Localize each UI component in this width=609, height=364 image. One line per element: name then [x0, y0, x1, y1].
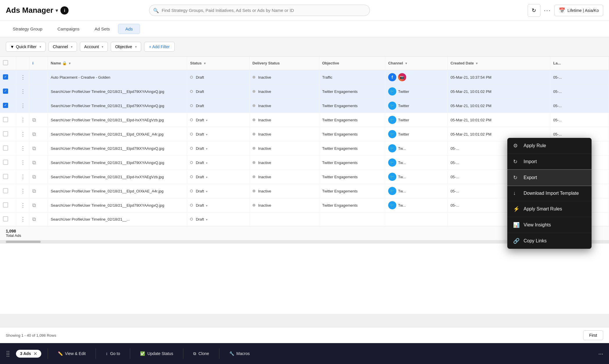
row-checkbox[interactable] — [3, 74, 8, 80]
row-dots-cell[interactable]: ⋮ — [16, 127, 29, 141]
status-dropdown-arrow[interactable]: ▾ — [205, 176, 207, 179]
row-checkbox-cell[interactable] — [0, 156, 16, 170]
first-button[interactable]: First — [583, 330, 603, 340]
row-dots-cell[interactable]: ⋮ — [16, 170, 29, 184]
tab-strategy-group[interactable]: Strategy Group — [6, 24, 49, 34]
row-checkbox[interactable] — [3, 145, 8, 151]
row-checkbox-cell[interactable] — [0, 170, 16, 184]
col-header-name[interactable]: Name 🔒 ▾ — [48, 57, 187, 70]
row-checkbox-cell[interactable] — [0, 99, 16, 113]
select-all-checkbox[interactable] — [3, 60, 8, 65]
context-menu-copy-links[interactable]: 🔗 Copy Links — [507, 233, 592, 249]
quick-filter-button[interactable]: ▼ Quick Filter ▾ — [6, 42, 46, 52]
row-dots-button[interactable]: ⋮ — [19, 201, 27, 209]
row-dots-button[interactable]: ⋮ — [19, 116, 27, 124]
copy-links-label: Copy Links — [524, 238, 547, 244]
row-checkbox-cell[interactable] — [0, 141, 16, 156]
tab-ad-sets[interactable]: Ad Sets — [88, 24, 117, 34]
col-header-channel[interactable]: Channel ▾ — [385, 57, 447, 70]
row-checkbox-cell[interactable] — [0, 70, 16, 84]
search-icon: 🔍 — [153, 8, 159, 13]
row-dots-cell[interactable]: ⋮ — [16, 141, 29, 156]
row-checkbox-cell[interactable] — [0, 212, 16, 226]
row-dots-button[interactable]: ⋮ — [19, 159, 27, 166]
created-sort-icon[interactable]: ▾ — [476, 62, 478, 65]
row-checkbox-cell[interactable] — [0, 198, 16, 212]
search-input[interactable] — [149, 5, 370, 16]
row-dots-button[interactable]: ⋮ — [19, 73, 27, 81]
tab-ads[interactable]: Ads — [118, 24, 140, 34]
tab-campaigns[interactable]: Campaigns — [51, 24, 87, 34]
drag-handle-icon[interactable]: ⣿ — [6, 350, 10, 357]
refresh-button[interactable]: ↻ — [528, 4, 540, 17]
macros-button[interactable]: 🔧 Macros — [226, 349, 253, 358]
context-menu-apply-rule[interactable]: ⚙ Apply Rule — [507, 138, 592, 154]
row-checkbox[interactable] — [3, 216, 8, 221]
title-chevron-button[interactable]: ▾ — [55, 7, 58, 14]
channel-filter-button[interactable]: Channel ▾ — [49, 42, 77, 52]
row-checkbox-cell[interactable] — [0, 84, 16, 99]
status-dropdown-arrow[interactable]: ▾ — [205, 119, 207, 122]
add-filter-button[interactable]: + Add Filter — [144, 42, 175, 52]
row-dots-button[interactable]: ⋮ — [19, 130, 27, 138]
context-menu-view-insights[interactable]: 📊 View Insights — [507, 217, 592, 233]
name-sort-icon[interactable]: ▾ — [69, 62, 71, 65]
add-filter-label: + Add Filter — [149, 44, 170, 49]
context-menu-download-template[interactable]: ↓ Download Import Template — [507, 185, 592, 201]
row-channel-cell: 🐦Tw... — [385, 184, 447, 198]
account-filter-button[interactable]: Account ▾ — [80, 42, 108, 52]
row-dots-cell[interactable]: ⋮ — [16, 113, 29, 127]
close-selection-button[interactable]: ✕ — [33, 351, 37, 356]
row-checkbox[interactable] — [3, 131, 8, 136]
row-checkbox[interactable] — [3, 188, 8, 193]
row-dots-cell[interactable]: ⋮ — [16, 99, 29, 113]
row-dots-cell[interactable]: ⋮ — [16, 156, 29, 170]
status-dropdown-arrow[interactable]: ▾ — [205, 133, 207, 136]
status-sort-icon[interactable]: ▾ — [204, 62, 206, 65]
row-dots-button[interactable]: ⋮ — [19, 187, 27, 195]
calendar-icon: 📅 — [559, 7, 565, 14]
row-dots-button[interactable]: ⋮ — [19, 173, 27, 181]
status-dropdown-arrow[interactable]: ▾ — [205, 204, 207, 207]
row-dots-cell[interactable]: ⋮ — [16, 70, 29, 84]
more-options-button[interactable]: ··· — [544, 7, 551, 14]
row-checkbox[interactable] — [3, 160, 8, 165]
row-checkbox[interactable] — [3, 89, 8, 94]
row-last-cell: 05-... — [550, 113, 609, 127]
row-checkbox-cell[interactable] — [0, 184, 16, 198]
context-menu-apply-smart-rules[interactable]: ⚡ Apply Smart Rules — [507, 201, 592, 217]
row-checkbox[interactable] — [3, 174, 8, 179]
row-dots-cell[interactable]: ⋮ — [16, 184, 29, 198]
row-dots-button[interactable]: ⋮ — [19, 88, 27, 95]
row-dots-button[interactable]: ⋮ — [19, 102, 27, 109]
bar-more-button[interactable]: ··· — [598, 350, 603, 357]
clone-button[interactable]: ⧉ Clone — [190, 349, 213, 358]
row-dots-cell[interactable]: ⋮ — [16, 84, 29, 99]
context-menu-export[interactable]: ↻ Export — [507, 170, 592, 185]
col-header-created[interactable]: Created Date ▾ — [447, 57, 550, 70]
context-menu-import[interactable]: ↻ Import — [507, 154, 592, 170]
col-header-check[interactable] — [0, 57, 16, 70]
row-dots-cell[interactable]: ⋮ — [16, 212, 29, 226]
status-dropdown-arrow[interactable]: ▾ — [205, 190, 207, 193]
row-checkbox[interactable] — [3, 117, 8, 122]
update-status-button[interactable]: ✅ Update Status — [137, 349, 177, 358]
date-range[interactable]: 📅 Lifetime | Asia/Ko — [554, 5, 603, 16]
view-edit-button[interactable]: ✏️ View & Edit — [54, 349, 89, 358]
row-dots-cell[interactable]: ⋮ — [16, 198, 29, 212]
status-dropdown-arrow[interactable]: ▾ — [205, 161, 207, 165]
status-dropdown-arrow[interactable]: ▾ — [205, 218, 207, 221]
status-dropdown-arrow[interactable]: ▾ — [205, 147, 207, 150]
row-dots-button[interactable]: ⋮ — [19, 145, 27, 152]
info-icon[interactable]: i — [60, 6, 69, 15]
col-header-status[interactable]: Status ▾ — [187, 57, 250, 70]
objective-filter-button[interactable]: Objective ▾ — [111, 42, 141, 52]
row-checkbox-cell[interactable] — [0, 127, 16, 141]
row-dots-button[interactable]: ⋮ — [19, 215, 27, 223]
channel-sort-icon[interactable]: ▾ — [405, 62, 407, 65]
row-checkbox-cell[interactable] — [0, 113, 16, 127]
scrollbar-thumb[interactable] — [6, 241, 41, 243]
row-checkbox[interactable] — [3, 103, 8, 108]
go-to-button[interactable]: ↕ Go to — [102, 349, 123, 358]
row-checkbox[interactable] — [3, 202, 8, 208]
